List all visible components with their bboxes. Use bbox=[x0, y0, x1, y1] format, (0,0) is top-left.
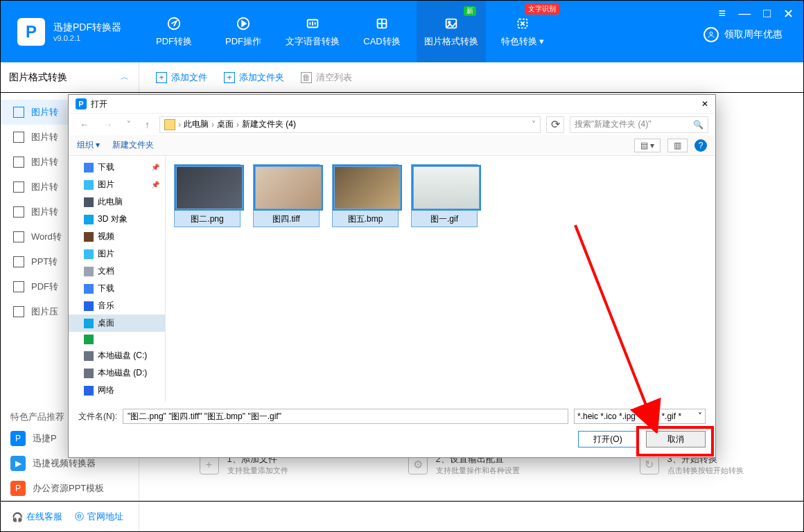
tree-item[interactable]: 网络 bbox=[69, 382, 165, 399]
tab-pdf-op[interactable]: PDF操作 bbox=[209, 1, 278, 62]
side-label: 图片转 bbox=[31, 206, 58, 218]
add-folder-button[interactable]: +添加文件夹 bbox=[224, 71, 284, 84]
tree-item[interactable]: 此电脑 bbox=[69, 193, 165, 211]
dialog-title: 打开 bbox=[91, 98, 107, 110]
folder-icon bbox=[84, 163, 94, 172]
nav-forward-icon[interactable]: → bbox=[99, 119, 117, 130]
tree-label: 本地磁盘 (D:) bbox=[98, 367, 147, 379]
breadcrumb-seg[interactable]: 新建文件夹 (4) bbox=[242, 118, 296, 130]
help-icon[interactable]: ? bbox=[694, 139, 707, 152]
dialog-titlebar: P打开 ✕ bbox=[69, 95, 715, 113]
category-title: 图片格式转换 bbox=[9, 71, 67, 84]
file-item[interactable]: 图一.gif bbox=[411, 164, 478, 227]
menu-icon[interactable]: ≡ bbox=[719, 6, 726, 21]
reward-link[interactable]: 领取周年优惠 bbox=[704, 27, 783, 42]
refresh-button[interactable]: ⟳ bbox=[546, 116, 564, 133]
link-label: 官网地址 bbox=[87, 511, 123, 523]
search-input[interactable]: 搜索"新建文件夹 (4)"🔍 bbox=[570, 116, 708, 133]
website-link[interactable]: ⓔ官网地址 bbox=[75, 511, 123, 523]
minimize-icon[interactable]: — bbox=[738, 6, 751, 21]
new-folder-button[interactable]: 新建文件夹 bbox=[112, 139, 154, 151]
side-label: 图片转 bbox=[31, 156, 58, 168]
word-icon bbox=[13, 231, 24, 242]
search-placeholder: 搜索"新建文件夹 (4)" bbox=[575, 118, 652, 130]
tree-item[interactable]: 图片 bbox=[69, 245, 165, 263]
organize-menu[interactable]: 组织 ▾ bbox=[77, 139, 100, 151]
folder-icon bbox=[84, 335, 94, 344]
breadcrumb-seg[interactable]: 此电脑 bbox=[184, 118, 209, 130]
tree-item[interactable] bbox=[69, 332, 165, 347]
close-icon[interactable]: ✕ bbox=[783, 6, 794, 21]
btn-label: 清空列表 bbox=[316, 71, 352, 84]
clear-list-button[interactable]: 🗑清空列表 bbox=[301, 71, 352, 84]
file-item[interactable]: 图四.tiff bbox=[253, 164, 320, 227]
folder-icon bbox=[84, 386, 94, 396]
file-name: 图五.bmp bbox=[334, 213, 396, 225]
dialog-body: 下载📌图片📌此电脑3D 对象视频图片文档下载音乐桌面本地磁盘 (C:)本地磁盘 … bbox=[69, 156, 715, 402]
breadcrumb[interactable]: ›此电脑 ›桌面 ›新建文件夹 (4) ˅ bbox=[159, 116, 541, 133]
file-thumbnail bbox=[334, 166, 401, 209]
tree-label: 下载 bbox=[98, 161, 114, 173]
nav-up-icon[interactable]: ↑ bbox=[141, 119, 154, 130]
tab-cad[interactable]: CAD转换 bbox=[347, 1, 417, 62]
headset-icon: 🎧 bbox=[12, 512, 23, 522]
maximize-icon[interactable]: □ bbox=[763, 6, 771, 21]
cancel-button[interactable]: 取消 bbox=[646, 431, 706, 447]
pdf-icon bbox=[13, 281, 24, 292]
folder-tree: 下载📌图片📌此电脑3D 对象视频图片文档下载音乐桌面本地磁盘 (C:)本地磁盘 … bbox=[69, 156, 166, 402]
open-button[interactable]: 打开(O) bbox=[578, 431, 638, 447]
tree-item[interactable]: 本地磁盘 (C:) bbox=[69, 347, 165, 364]
tree-item[interactable]: 视频 bbox=[69, 228, 165, 245]
tree-label: 3D 对象 bbox=[98, 213, 128, 225]
new-badge: 新 bbox=[464, 6, 476, 16]
tab-label: 图片格式转换 bbox=[424, 35, 478, 48]
side-label: 图片压 bbox=[31, 305, 58, 318]
tree-item[interactable]: 文档 bbox=[69, 263, 165, 280]
tab-pdf-convert[interactable]: PDF转换 bbox=[139, 1, 209, 62]
view-button[interactable]: ▤ ▾ bbox=[634, 139, 661, 152]
tree-item[interactable]: 下载📌 bbox=[69, 159, 165, 176]
product-label: 迅捷视频转换器 bbox=[33, 457, 96, 470]
file-name: 图四.tiff bbox=[255, 213, 317, 225]
folder-icon bbox=[84, 301, 94, 311]
breadcrumb-seg[interactable]: 桌面 bbox=[217, 118, 234, 130]
ie-icon: ⓔ bbox=[75, 511, 84, 523]
tree-item[interactable]: 下载 bbox=[69, 280, 165, 297]
dialog-nav: ← → ˅ ↑ ›此电脑 ›桌面 ›新建文件夹 (4) ˅ ⟳ 搜索"新建文件夹… bbox=[69, 113, 715, 135]
support-link[interactable]: 🎧在线客服 bbox=[12, 511, 62, 523]
add-file-button[interactable]: +添加文件 bbox=[156, 71, 207, 84]
side-label: 图片转 bbox=[31, 106, 58, 118]
tree-item[interactable]: 桌面 bbox=[69, 314, 165, 332]
product-label: 迅捷P bbox=[33, 432, 57, 445]
tree-item[interactable]: 图片📌 bbox=[69, 176, 165, 193]
nav-back-icon[interactable]: ← bbox=[76, 119, 94, 130]
file-item[interactable]: 图五.bmp bbox=[332, 164, 399, 227]
tree-item[interactable]: 音乐 bbox=[69, 297, 165, 314]
tab-label: 文字语音转换 bbox=[286, 35, 340, 48]
file-item[interactable]: 图二.png bbox=[174, 164, 241, 227]
category-header[interactable]: 图片格式转换 ︿ bbox=[1, 62, 139, 92]
tab-image-format[interactable]: 新 图片格式转换 bbox=[417, 1, 486, 62]
filetype-filter[interactable]: *.heic *.ico *.ipg *.jpeg *.gif *˅ bbox=[574, 409, 706, 424]
brand: P 迅捷PDF转换器 v9.0.2.1 bbox=[1, 1, 139, 62]
file-grid: 图二.png 图四.tiff 图五.bmp 图一.gif bbox=[166, 156, 715, 402]
preview-button[interactable]: ▥ bbox=[667, 139, 688, 152]
tree-item[interactable]: 3D 对象 bbox=[69, 211, 165, 228]
tree-item[interactable]: 本地磁盘 (D:) bbox=[69, 364, 165, 382]
product-item[interactable]: P办公资源PPT模板 bbox=[1, 476, 139, 501]
tab-feature[interactable]: 文字识别 特色转换 ▾ bbox=[486, 1, 559, 62]
filename-input[interactable] bbox=[123, 409, 568, 424]
dialog-footer: 文件名(N): *.heic *.ico *.ipg *.jpeg *.gif … bbox=[69, 402, 715, 457]
dialog-close-icon[interactable]: ✕ bbox=[701, 99, 708, 109]
file-thumbnail bbox=[255, 166, 322, 209]
folder-icon bbox=[84, 284, 94, 294]
folder-icon bbox=[84, 319, 94, 328]
image-icon bbox=[13, 107, 24, 118]
nav-recent-icon[interactable]: ˅ bbox=[123, 120, 135, 129]
folder-icon bbox=[84, 369, 94, 378]
side-label: Word转 bbox=[31, 231, 62, 243]
tree-label: 下载 bbox=[98, 283, 114, 294]
tab-text-voice[interactable]: 文字语音转换 bbox=[278, 1, 347, 62]
folder-icon bbox=[84, 351, 94, 361]
tree-label: 文档 bbox=[98, 265, 114, 277]
